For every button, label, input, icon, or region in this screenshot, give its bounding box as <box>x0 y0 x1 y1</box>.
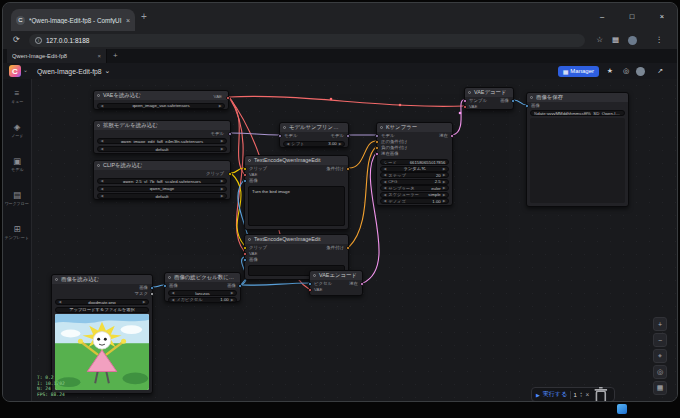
favorites-star-icon[interactable]: ☆ <box>596 35 603 44</box>
combo-prev-icon[interactable]: ◀ <box>101 194 104 198</box>
node-load-clip[interactable]: CLIPを読み込む クリップ ◀ qwen_2.5_vl_7b_fp8_scal… <box>93 160 231 200</box>
widget-scheduler[interactable]: ◀ スケジューラー simple ▶ <box>380 192 449 198</box>
input-port-vae[interactable] <box>308 288 312 292</box>
combo-prev-icon[interactable]: ◀ <box>384 180 387 184</box>
new-tab-button[interactable]: + <box>141 11 147 22</box>
widget-filename-prefix[interactable]: %date:yyyyMMddhhmmssfff%_SD_Qwen-Image-E… <box>530 110 625 116</box>
combo-prev-icon[interactable]: ◀ <box>101 147 104 151</box>
site-info-icon[interactable]: i <box>35 37 42 44</box>
widget-clip-type[interactable]: ◀ qwen_image ▶ <box>97 186 227 192</box>
node-header[interactable]: 拡散モデルを読み込む <box>94 121 230 130</box>
node-header[interactable]: TextEncodeQwenImageEdit <box>245 235 348 244</box>
extensions-icon[interactable]: ▦ <box>612 35 619 44</box>
input-port-clip[interactable] <box>243 167 247 171</box>
node-header[interactable]: TextEncodeQwenImageEdit <box>245 156 348 165</box>
combo-next-icon[interactable]: ▶ <box>221 139 224 143</box>
taskbar-app-icon[interactable] <box>617 404 627 414</box>
input-port-samples[interactable] <box>463 99 467 103</box>
node-model-sampling[interactable]: モデルサンプリングAuraFlow モデル モデル ◀ シフト 3.00 ▶ <box>279 122 349 148</box>
close-button[interactable]: × <box>647 3 677 29</box>
share-icon[interactable]: ↗ <box>657 67 663 75</box>
focus-mode-button[interactable]: ◎ <box>653 365 667 379</box>
cancel-button[interactable]: × <box>586 391 590 398</box>
manager-button[interactable]: ▦ Manager <box>558 66 599 77</box>
node-graph-canvas[interactable]: VAEを読み込む VAE ◀ qwen_image_vae.safetensor… <box>32 79 678 402</box>
node-text-encode-positive[interactable]: TextEncodeQwenImageEdit クリップ VAE 画像 条件付け… <box>244 155 349 230</box>
browser-tab[interactable]: C *Qwen-Image-Edit-fp8 - ComfyUI × <box>11 9 135 31</box>
input-port-vae[interactable] <box>243 252 247 256</box>
combo-prev-icon[interactable]: ◀ <box>101 104 104 108</box>
combo-next-icon[interactable]: ▶ <box>443 167 446 171</box>
combo-next-icon[interactable]: ▶ <box>443 173 446 177</box>
node-header[interactable]: VAEエンコード <box>310 271 362 280</box>
star-icon[interactable]: ★ <box>607 67 613 75</box>
node-image-scale[interactable]: 画像の総ピクセル数にスケール 画像 画像 ◀ lanczos ▶ ◀ メガピクセ… <box>164 272 241 302</box>
notifications-icon[interactable]: ◎ <box>623 67 629 75</box>
widget-weight-dtype[interactable]: ◀ default ▶ <box>97 146 227 152</box>
node-header[interactable]: 画像の総ピクセル数にスケール <box>165 273 240 282</box>
combo-prev-icon[interactable]: ◀ <box>172 298 175 302</box>
input-port-vae[interactable] <box>463 105 467 109</box>
maximize-button[interactable]: □ <box>617 3 647 29</box>
upload-button[interactable]: アップロードするファイルを選択 <box>55 307 149 313</box>
collapse-dot[interactable] <box>283 126 286 129</box>
combo-prev-icon[interactable]: ◀ <box>384 199 387 203</box>
combo-next-icon[interactable]: ▶ <box>443 186 446 190</box>
node-save-image[interactable]: 画像を保存 画像 %date:yyyyMMddhhmmssfff%_SD_Qwe… <box>526 92 629 207</box>
input-port-image[interactable] <box>243 258 247 262</box>
node-header[interactable]: 画像を保存 <box>527 93 628 102</box>
collapse-dot[interactable] <box>248 159 251 162</box>
node-load-diffusion-model[interactable]: 拡散モデルを読み込む モデル ◀ qwen_image_edit_fp8_e4m… <box>93 120 231 154</box>
widget-denoise[interactable]: ◀ デノイズ 1.00 ▶ <box>380 198 449 204</box>
combo-prev-icon[interactable]: ◀ <box>384 193 387 197</box>
widget-control-after-generate[interactable]: ◀ ランダム化 ▶ <box>380 166 449 172</box>
combo-next-icon[interactable]: ▶ <box>231 291 234 295</box>
node-vae-encode[interactable]: VAEエンコード ピクセル VAE 潜在 <box>309 270 363 296</box>
combo-prev-icon[interactable]: ◀ <box>172 291 175 295</box>
combo-next-icon[interactable]: ▶ <box>443 193 446 197</box>
collapse-dot[interactable] <box>97 164 100 167</box>
clear-queue-trash-icon[interactable] <box>592 386 610 402</box>
user-avatar[interactable] <box>636 67 645 76</box>
combo-next-icon[interactable]: ▶ <box>219 104 222 108</box>
node-header[interactable]: CLIPを読み込む <box>94 161 230 170</box>
batch-count-input[interactable]: 1 <box>573 392 576 398</box>
tab-close-icon[interactable]: × <box>126 17 130 24</box>
sidebar-item-workflows[interactable]: ▤ ワークフロー <box>3 181 31 215</box>
input-port-image[interactable] <box>163 284 167 288</box>
widget-steps[interactable]: ◀ ステップ 20 ▶ <box>380 172 449 178</box>
combo-prev-icon[interactable]: ◀ <box>384 173 387 177</box>
combo-next-icon[interactable]: ▶ <box>221 147 224 151</box>
combo-next-icon[interactable]: ▶ <box>339 142 342 146</box>
sidebar-item-nodes[interactable]: ◈ ノード <box>3 113 31 147</box>
sidebar-item-models[interactable]: ▣ モデル <box>3 147 31 181</box>
widget-clip-device[interactable]: ◀ default ▶ <box>97 193 227 199</box>
add-workflow-button[interactable]: + <box>113 51 118 60</box>
combo-prev-icon[interactable]: ◀ <box>384 167 387 171</box>
step-down-icon[interactable]: ▼ <box>580 395 583 398</box>
node-load-vae[interactable]: VAEを読み込む VAE ◀ qwen_image_vae.safetensor… <box>93 90 229 110</box>
workflow-tab[interactable]: Qwen-Image-Edit-fp8 × <box>7 49 107 63</box>
workflow-tab-close-icon[interactable]: × <box>97 53 101 59</box>
input-port-model[interactable] <box>278 134 282 138</box>
url-input[interactable]: i 127.0.0.1:8188 <box>29 34 585 47</box>
collapse-dot[interactable] <box>313 274 316 277</box>
batch-count-stepper[interactable]: ▲ ▼ <box>580 392 583 398</box>
loaded-image-preview[interactable] <box>55 314 149 390</box>
combo-next-icon[interactable]: ▶ <box>443 199 446 203</box>
collapse-dot[interactable] <box>248 238 251 241</box>
zoom-out-button[interactable]: − <box>653 333 667 347</box>
zoom-in-button[interactable]: + <box>653 317 667 331</box>
widget-shift[interactable]: ◀ シフト 3.00 ▶ <box>283 141 345 147</box>
minimize-button[interactable]: – <box>587 3 617 29</box>
combo-next-icon[interactable]: ▶ <box>143 300 146 304</box>
combo-next-icon[interactable]: ▶ <box>221 187 224 191</box>
input-port-latent-image[interactable] <box>375 152 379 156</box>
input-port-model[interactable] <box>375 134 379 138</box>
logo-chevron-icon[interactable]: ⌄ <box>23 66 28 73</box>
prompt-textarea[interactable]: Turn the bird image <box>248 186 345 226</box>
collapse-dot[interactable] <box>530 96 533 99</box>
input-port-clip[interactable] <box>243 246 247 250</box>
collapse-dot[interactable] <box>97 124 100 127</box>
widget-upscale-method[interactable]: ◀ lanczos ▶ <box>168 290 237 296</box>
